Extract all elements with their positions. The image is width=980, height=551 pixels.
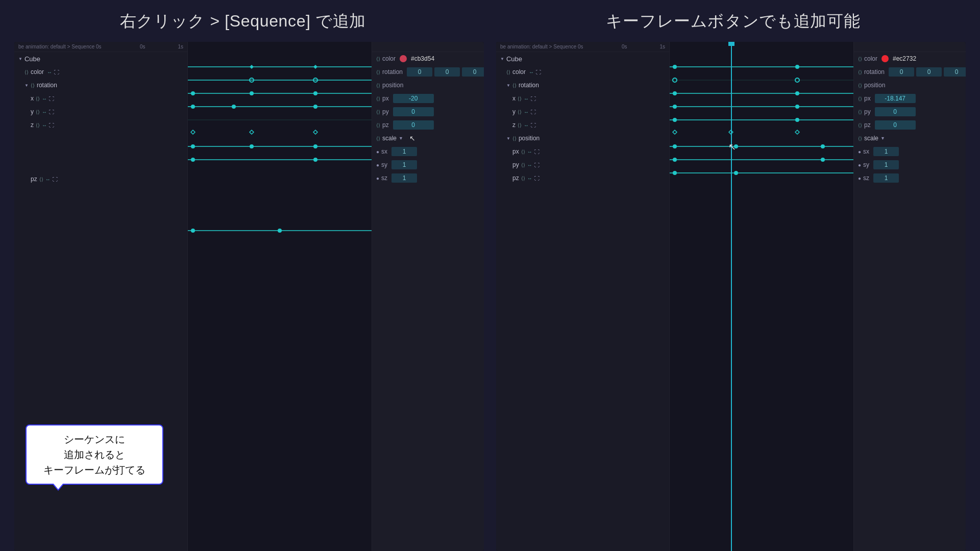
- right-py-icon: ⟨⟩: [858, 109, 862, 115]
- left-cursor-icon: ↖: [409, 134, 415, 142]
- right-py-kf1: [821, 158, 825, 162]
- right-right-col: ⟨⟩ color #ec2732 ⟨⟩ rotation 0 0 0 ⟨⟩ po…: [853, 42, 966, 551]
- rotation-z-item: z ⟨⟩ ↔ ⛶: [14, 118, 187, 132]
- right-px-label: px: [512, 148, 519, 155]
- right-y-kf-icon: ⛶: [531, 109, 536, 115]
- right-property-inspector: be animation: default > Sequence 0s 0s 1…: [496, 42, 670, 551]
- left-sz-label: sz: [381, 174, 387, 182]
- left-sx-label: sx: [381, 148, 387, 155]
- left-sx-row: ● sx 1: [372, 145, 484, 158]
- left-px-kf1: [250, 144, 254, 148]
- right-pz-label: pz: [512, 174, 519, 182]
- left-rot-x-val[interactable]: 0: [407, 67, 432, 77]
- left-rot-y-val[interactable]: 0: [434, 67, 460, 77]
- right-rot-x-val[interactable]: 0: [889, 67, 914, 77]
- left-scale-header[interactable]: ⟨⟩ scale ▼ ↖: [372, 132, 484, 145]
- right-rot-icon: ⟨⟩: [858, 69, 862, 75]
- left-color-track-icon: ⛶: [54, 69, 59, 75]
- right-ruler-0s: 0s: [622, 44, 627, 49]
- right-playhead: [731, 42, 732, 551]
- right-sy-row: ● sy 1: [854, 158, 966, 171]
- left-color-prop-icon: ⟨⟩: [24, 69, 29, 75]
- right-position-label-row: ⟨⟩ position: [854, 79, 966, 92]
- right-y-kf0: [673, 105, 677, 109]
- left-right-col: ⟨⟩ color #cb3d54 ⟨⟩ rotation 0 0 0 ⟨⟩ po…: [372, 42, 484, 551]
- left-position-val-label: position: [382, 82, 403, 89]
- left-rot-icon: ⟨⟩: [376, 69, 380, 75]
- left-y-kf2: [313, 105, 317, 109]
- right-px-val[interactable]: -18.147: [875, 94, 916, 103]
- right-pz-val-icon: ⟨⟩: [858, 122, 862, 128]
- right-cube-tree-item[interactable]: ▼ Cube: [496, 52, 669, 65]
- right-py-track-icon: ↔: [527, 162, 532, 168]
- right-z-label: z: [512, 121, 516, 129]
- left-pz-label: pz: [31, 176, 37, 183]
- left-ruler-0s: 0s: [140, 44, 145, 49]
- left-py-kf0: [191, 158, 195, 162]
- left-sy-val[interactable]: 1: [391, 160, 417, 169]
- left-rotation-prop-icon: ⟨⟩: [31, 83, 35, 88]
- left-color-val-icon: ⟨⟩: [376, 56, 380, 62]
- right-color-hex: #ec2732: [893, 55, 916, 62]
- left-rotation-label: rotation: [37, 82, 57, 89]
- left-keyframe-btn[interactable]: ↔: [47, 69, 52, 75]
- right-py-val[interactable]: 0: [875, 107, 916, 116]
- right-rot-y-val[interactable]: 0: [916, 67, 942, 77]
- right-py-label: py: [512, 161, 519, 168]
- right-py-item: py ⟨⟩ ↔ ⛶: [496, 158, 669, 171]
- right-x-kf-icon: ⛶: [531, 96, 536, 102]
- right-py-kf0: [673, 158, 677, 162]
- right-rotation-z-item: z ⟨⟩ ↔ ⛶: [496, 118, 669, 132]
- left-x-track-icon: ↔: [42, 96, 47, 102]
- right-color-prop-icon: ⟨⟩: [506, 69, 510, 75]
- left-pz-track-icon: ↔: [45, 177, 51, 182]
- left-pz-kf1: [278, 229, 282, 233]
- left-x-kf2: [313, 91, 317, 95]
- right-scale-header[interactable]: ⟨⟩ scale ▼: [854, 132, 966, 145]
- left-pz-val[interactable]: 0: [393, 120, 434, 130]
- rotation-tree-item[interactable]: ▼ ⟨⟩ rotation: [14, 79, 187, 92]
- right-playhead-top: [728, 42, 734, 46]
- right-py-prop-icon: ⟨⟩: [521, 162, 525, 168]
- left-x-prop-icon: ⟨⟩: [36, 96, 40, 102]
- right-rot-z-val[interactable]: 0: [944, 67, 966, 77]
- right-px-prop-icon: ⟨⟩: [521, 149, 525, 155]
- right-timeline-svg: [670, 42, 853, 551]
- right-pz-row: ⟨⟩ pz 0: [854, 118, 966, 132]
- right-cube-expand-icon: ▼: [500, 57, 504, 61]
- right-sy-val[interactable]: 1: [873, 160, 899, 169]
- left-y-kf-icon: ⛶: [49, 109, 54, 115]
- right-sz-val[interactable]: 1: [873, 173, 899, 183]
- right-sx-val[interactable]: 1: [873, 147, 899, 156]
- right-pz-val[interactable]: 0: [875, 120, 916, 130]
- right-px-label: px: [864, 95, 871, 102]
- left-z-prop-icon: ⟨⟩: [36, 122, 40, 128]
- right-keyframe-btn[interactable]: ↔: [529, 69, 534, 75]
- left-px-val[interactable]: -20: [393, 94, 434, 103]
- right-pz-kf1: [734, 171, 738, 175]
- right-position-tree-item[interactable]: ▼ ⟨⟩ position: [496, 132, 669, 145]
- pz-item: pz ⟨⟩ ↔ ⛶: [14, 172, 187, 186]
- right-sx-label: sx: [863, 148, 869, 155]
- left-pz-val-icon: ⟨⟩: [376, 122, 380, 128]
- right-sz-label: sz: [863, 174, 869, 182]
- right-pos-icon: ⟨⟩: [858, 83, 862, 88]
- right-z-kf0: [673, 118, 677, 122]
- left-sz-val[interactable]: 1: [391, 173, 417, 183]
- right-x-track-icon: ↔: [524, 96, 529, 102]
- right-y-label: y: [512, 108, 516, 115]
- right-color-kf1: [795, 65, 799, 69]
- right-px-row: ⟨⟩ px -18.147: [854, 92, 966, 105]
- right-color-val-icon: ⟨⟩: [858, 56, 862, 62]
- right-rotation-tree-item[interactable]: ▼ ⟨⟩ rotation: [496, 79, 669, 92]
- cube-tree-item[interactable]: ▼ Cube: [14, 52, 187, 65]
- left-position-label-row: ⟨⟩ position: [372, 79, 484, 92]
- right-y-track-icon: ↔: [524, 109, 529, 115]
- right-z-kf1: [795, 118, 799, 122]
- left-py-kf1: [313, 158, 317, 162]
- left-rot-z-val[interactable]: 0: [462, 67, 484, 77]
- rotation-x-item: x ⟨⟩ ↔ ⛶: [14, 92, 187, 105]
- left-sx-val[interactable]: 1: [391, 147, 417, 156]
- left-py-val[interactable]: 0: [393, 107, 434, 116]
- right-color-value-row: ⟨⟩ color #ec2732: [854, 52, 966, 65]
